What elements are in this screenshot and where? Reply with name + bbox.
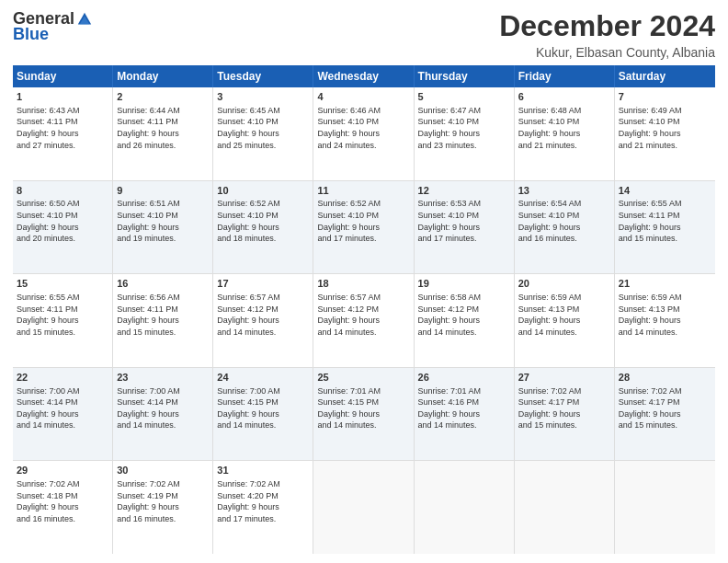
day-cell-26: 26Sunrise: 7:01 AMSunset: 4:16 PMDayligh… bbox=[415, 368, 515, 461]
day-number: 28 bbox=[619, 371, 711, 385]
day-cell-9: 9Sunrise: 6:51 AMSunset: 4:10 PMDaylight… bbox=[113, 181, 213, 274]
day-cell-16: 16Sunrise: 6:56 AMSunset: 4:11 PMDayligh… bbox=[113, 274, 213, 367]
cell-info: Sunrise: 7:02 AMSunset: 4:20 PMDaylight:… bbox=[217, 478, 309, 524]
logo: General Blue bbox=[13, 9, 93, 44]
day-cell-28: 28Sunrise: 7:02 AMSunset: 4:17 PMDayligh… bbox=[615, 368, 715, 461]
header: General Blue December 2024 Kukur, Elbasa… bbox=[13, 9, 715, 60]
day-number: 14 bbox=[619, 184, 711, 198]
cell-info: Sunrise: 6:48 AMSunset: 4:10 PMDaylight:… bbox=[518, 105, 610, 151]
empty-cell bbox=[313, 461, 414, 554]
cell-info: Sunrise: 7:02 AMSunset: 4:18 PMDaylight:… bbox=[17, 478, 108, 524]
main-container: General Blue December 2024 Kukur, Elbasa… bbox=[0, 0, 728, 563]
cell-info: Sunrise: 6:49 AMSunset: 4:10 PMDaylight:… bbox=[619, 105, 711, 151]
day-cell-11: 11Sunrise: 6:52 AMSunset: 4:10 PMDayligh… bbox=[313, 181, 414, 274]
cell-info: Sunrise: 6:56 AMSunset: 4:11 PMDaylight:… bbox=[117, 292, 209, 338]
day-header-wednesday: Wednesday bbox=[313, 65, 414, 87]
day-cell-14: 14Sunrise: 6:55 AMSunset: 4:11 PMDayligh… bbox=[615, 181, 715, 274]
day-cell-22: 22Sunrise: 7:00 AMSunset: 4:14 PMDayligh… bbox=[13, 368, 113, 461]
day-cell-1: 1Sunrise: 6:43 AMSunset: 4:11 PMDaylight… bbox=[13, 87, 113, 180]
logo-icon bbox=[76, 11, 93, 28]
day-number: 16 bbox=[117, 277, 209, 291]
day-number: 10 bbox=[217, 184, 309, 198]
day-cell-15: 15Sunrise: 6:55 AMSunset: 4:11 PMDayligh… bbox=[13, 274, 113, 367]
calendar-row-3: 15Sunrise: 6:55 AMSunset: 4:11 PMDayligh… bbox=[13, 274, 715, 368]
day-number: 25 bbox=[317, 371, 409, 385]
day-number: 21 bbox=[619, 277, 711, 291]
day-number: 7 bbox=[619, 90, 711, 104]
cell-info: Sunrise: 6:51 AMSunset: 4:10 PMDaylight:… bbox=[117, 198, 209, 244]
day-cell-30: 30Sunrise: 7:02 AMSunset: 4:19 PMDayligh… bbox=[113, 461, 213, 554]
cell-info: Sunrise: 6:43 AMSunset: 4:11 PMDaylight:… bbox=[17, 105, 108, 151]
day-cell-19: 19Sunrise: 6:58 AMSunset: 4:12 PMDayligh… bbox=[415, 274, 515, 367]
cell-info: Sunrise: 6:45 AMSunset: 4:10 PMDaylight:… bbox=[217, 105, 309, 151]
calendar-row-4: 22Sunrise: 7:00 AMSunset: 4:14 PMDayligh… bbox=[13, 368, 715, 462]
day-header-saturday: Saturday bbox=[615, 65, 715, 87]
day-number: 3 bbox=[217, 90, 309, 104]
day-cell-21: 21Sunrise: 6:59 AMSunset: 4:13 PMDayligh… bbox=[615, 274, 715, 367]
day-cell-25: 25Sunrise: 7:01 AMSunset: 4:15 PMDayligh… bbox=[313, 368, 414, 461]
day-number: 13 bbox=[518, 184, 610, 198]
day-number: 27 bbox=[518, 371, 610, 385]
day-number: 5 bbox=[418, 90, 510, 104]
day-cell-31: 31Sunrise: 7:02 AMSunset: 4:20 PMDayligh… bbox=[213, 461, 313, 554]
day-cell-17: 17Sunrise: 6:57 AMSunset: 4:12 PMDayligh… bbox=[213, 274, 313, 367]
cell-info: Sunrise: 6:59 AMSunset: 4:13 PMDaylight:… bbox=[619, 292, 711, 338]
calendar-body: 1Sunrise: 6:43 AMSunset: 4:11 PMDaylight… bbox=[13, 87, 715, 554]
day-cell-3: 3Sunrise: 6:45 AMSunset: 4:10 PMDaylight… bbox=[213, 87, 313, 180]
day-number: 15 bbox=[17, 277, 108, 291]
day-header-monday: Monday bbox=[113, 65, 213, 87]
day-number: 19 bbox=[418, 277, 510, 291]
day-cell-7: 7Sunrise: 6:49 AMSunset: 4:10 PMDaylight… bbox=[615, 87, 715, 180]
cell-info: Sunrise: 6:52 AMSunset: 4:10 PMDaylight:… bbox=[317, 198, 409, 244]
day-number: 4 bbox=[317, 90, 409, 104]
empty-cell bbox=[415, 461, 515, 554]
cell-info: Sunrise: 7:01 AMSunset: 4:16 PMDaylight:… bbox=[418, 385, 510, 431]
day-number: 11 bbox=[317, 184, 409, 198]
day-number: 20 bbox=[518, 277, 610, 291]
day-number: 2 bbox=[117, 90, 209, 104]
calendar-row-1: 1Sunrise: 6:43 AMSunset: 4:11 PMDaylight… bbox=[13, 87, 715, 181]
empty-cell bbox=[615, 461, 715, 554]
day-number: 8 bbox=[17, 184, 108, 198]
calendar-row-5: 29Sunrise: 7:02 AMSunset: 4:18 PMDayligh… bbox=[13, 461, 715, 554]
day-cell-13: 13Sunrise: 6:54 AMSunset: 4:10 PMDayligh… bbox=[515, 181, 615, 274]
day-cell-24: 24Sunrise: 7:00 AMSunset: 4:15 PMDayligh… bbox=[213, 368, 313, 461]
empty-cell bbox=[515, 461, 615, 554]
day-number: 23 bbox=[117, 371, 209, 385]
cell-info: Sunrise: 6:52 AMSunset: 4:10 PMDaylight:… bbox=[217, 198, 309, 244]
cell-info: Sunrise: 7:00 AMSunset: 4:14 PMDaylight:… bbox=[117, 385, 209, 431]
day-cell-4: 4Sunrise: 6:46 AMSunset: 4:10 PMDaylight… bbox=[313, 87, 414, 180]
cell-info: Sunrise: 6:55 AMSunset: 4:11 PMDaylight:… bbox=[17, 292, 108, 338]
day-number: 26 bbox=[418, 371, 510, 385]
month-year: December 2024 bbox=[499, 9, 715, 43]
day-cell-18: 18Sunrise: 6:57 AMSunset: 4:12 PMDayligh… bbox=[313, 274, 414, 367]
cell-info: Sunrise: 6:57 AMSunset: 4:12 PMDaylight:… bbox=[317, 292, 409, 338]
location: Kukur, Elbasan County, Albania bbox=[499, 45, 715, 60]
cell-info: Sunrise: 6:47 AMSunset: 4:10 PMDaylight:… bbox=[418, 105, 510, 151]
cell-info: Sunrise: 7:02 AMSunset: 4:17 PMDaylight:… bbox=[518, 385, 610, 431]
day-cell-29: 29Sunrise: 7:02 AMSunset: 4:18 PMDayligh… bbox=[13, 461, 113, 554]
day-cell-23: 23Sunrise: 7:00 AMSunset: 4:14 PMDayligh… bbox=[113, 368, 213, 461]
calendar: SundayMondayTuesdayWednesdayThursdayFrid… bbox=[13, 65, 715, 554]
cell-info: Sunrise: 6:59 AMSunset: 4:13 PMDaylight:… bbox=[518, 292, 610, 338]
cell-info: Sunrise: 7:01 AMSunset: 4:15 PMDaylight:… bbox=[317, 385, 409, 431]
cell-info: Sunrise: 7:02 AMSunset: 4:17 PMDaylight:… bbox=[619, 385, 711, 431]
cell-info: Sunrise: 7:00 AMSunset: 4:15 PMDaylight:… bbox=[217, 385, 309, 431]
logo-blue: Blue bbox=[13, 25, 49, 44]
day-cell-8: 8Sunrise: 6:50 AMSunset: 4:10 PMDaylight… bbox=[13, 181, 113, 274]
day-number: 9 bbox=[117, 184, 209, 198]
day-number: 31 bbox=[217, 464, 309, 477]
day-number: 30 bbox=[117, 464, 209, 477]
day-number: 17 bbox=[217, 277, 309, 291]
day-header-tuesday: Tuesday bbox=[213, 65, 313, 87]
day-number: 24 bbox=[217, 371, 309, 385]
cell-info: Sunrise: 6:57 AMSunset: 4:12 PMDaylight:… bbox=[217, 292, 309, 338]
day-header-thursday: Thursday bbox=[415, 65, 515, 87]
day-number: 12 bbox=[418, 184, 510, 198]
day-number: 6 bbox=[518, 90, 610, 104]
cell-info: Sunrise: 7:02 AMSunset: 4:19 PMDaylight:… bbox=[117, 478, 209, 524]
day-number: 22 bbox=[17, 371, 108, 385]
cell-info: Sunrise: 6:55 AMSunset: 4:11 PMDaylight:… bbox=[619, 198, 711, 244]
cell-info: Sunrise: 7:00 AMSunset: 4:14 PMDaylight:… bbox=[17, 385, 108, 431]
day-header-sunday: Sunday bbox=[13, 65, 113, 87]
